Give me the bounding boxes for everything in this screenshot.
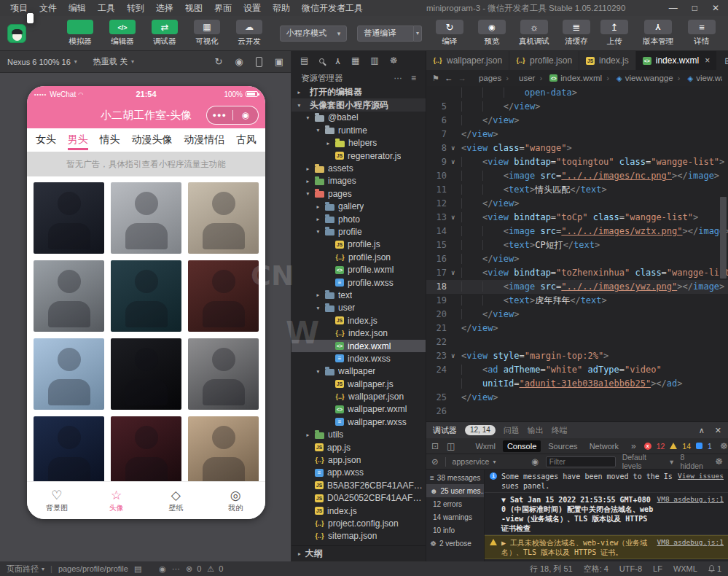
fold-icon[interactable]: ∨ [451, 211, 461, 225]
breadcrumb-item[interactable]: user [506, 74, 535, 82]
extensions-icon[interactable] [351, 55, 359, 66]
tab-debugger[interactable]: 调试器 [433, 425, 457, 436]
breadcrumb-item[interactable]: index.wxml [539, 74, 602, 82]
fold-icon[interactable] [451, 225, 461, 238]
fold-icon[interactable]: ∨ [451, 141, 461, 155]
tree-item[interactable]: index.js [291, 505, 426, 517]
tree-item[interactable]: sitemap.json [291, 530, 426, 542]
tree-item[interactable]: D0A25052CBF41AAFB6... [291, 492, 426, 505]
tab-terminal[interactable]: 终端 [552, 425, 568, 436]
more-act-icon[interactable]: ⋯ [394, 73, 402, 83]
tree-item[interactable]: ▸ gallery [291, 201, 426, 213]
console-filter-item[interactable]: 25 user mes… [426, 484, 484, 497]
console-message[interactable]: Some messages have been moved to the Iss… [485, 470, 728, 493]
rotate-icon[interactable] [214, 56, 222, 67]
avatar-photo[interactable] [34, 182, 104, 254]
panel-toggle-button[interactable]: 云开发 [230, 20, 268, 47]
console-filter-item[interactable]: 12 errors [426, 497, 484, 510]
log-levels-select[interactable]: Default levels ▾ [622, 453, 674, 470]
avatar-photo[interactable] [34, 338, 104, 410]
category-tab[interactable]: 男头 [68, 131, 88, 150]
menu-item[interactable]: 转到 [121, 0, 150, 16]
eol-setting[interactable]: LF [653, 564, 662, 573]
console-message[interactable]: ▶ 工具未校验合法域名、web-view（业务域名）、TLS 版本以及 HTTP… [485, 535, 728, 559]
category-tab[interactable]: 动漫头像 [131, 131, 172, 150]
tree-arrow-icon[interactable]: ▾ [305, 114, 311, 121]
files-icon[interactable] [300, 55, 308, 66]
more-tabs-icon[interactable]: » [631, 441, 636, 451]
tree-item[interactable]: B5AB3F26CBF41AAFD3... [291, 479, 426, 491]
avatar-photo[interactable] [34, 260, 104, 332]
editor-tab[interactable]: profile.json × [509, 51, 579, 70]
compile-mode-caret[interactable]: ▾ [414, 26, 422, 42]
copy-path-icon[interactable] [134, 564, 141, 574]
tree-item[interactable]: ▾ @babel [291, 112, 426, 124]
tree-item[interactable]: index.wxml [291, 340, 426, 352]
panel-toggle-button[interactable]: 编辑器 [103, 20, 141, 47]
fold-icon[interactable] [451, 100, 461, 114]
user-avatar[interactable] [7, 24, 26, 43]
bookmark-icon[interactable]: ⚑ [432, 74, 439, 83]
device-frame-icon[interactable] [256, 57, 262, 67]
outline-section[interactable]: ▸ 大纲 [291, 545, 426, 561]
tree-arrow-icon[interactable]: ▾ [305, 190, 311, 197]
clear-console-icon[interactable]: ⊘ [431, 456, 439, 467]
tab-bar-item[interactable]: 壁纸 [146, 482, 206, 519]
multi-window-icon[interactable] [275, 56, 283, 67]
fold-icon[interactable] [451, 114, 461, 128]
context-select[interactable]: appservice ▾ [453, 457, 525, 466]
avatar-photo[interactable] [188, 416, 259, 481]
warning-counter[interactable]: 0 [207, 564, 223, 574]
tree-item[interactable]: ▸ photo [291, 213, 426, 225]
device-select[interactable]: Nexus 6 100% 16 ▾ [7, 58, 77, 66]
tree-item[interactable]: index.js [291, 314, 426, 327]
tree-arrow-icon[interactable]: ▾ [315, 228, 321, 235]
editor-tab[interactable]: index.wxml × [636, 51, 717, 70]
devtools-tab[interactable]: Sources [544, 440, 582, 452]
page-path-select[interactable]: 页面路径 ▾ [7, 564, 44, 575]
devtools-tab[interactable]: Wxml [471, 440, 500, 452]
tree-arrow-icon[interactable]: ▸ [325, 140, 332, 147]
devtools-tab[interactable]: Network [585, 440, 623, 452]
tab-bar-item[interactable]: 头像 [87, 482, 146, 519]
source-link[interactable]: VM8 asdebug.js:1 [657, 538, 724, 546]
tree-item[interactable]: ▾ 头像套图小程序源码 [291, 98, 426, 111]
tree-item[interactable]: ▾ profile [291, 225, 426, 238]
notification-bell[interactable]: 1 [708, 564, 721, 573]
tree-arrow-icon[interactable]: ▸ [315, 292, 321, 298]
avatar-photo[interactable] [188, 260, 259, 332]
tree-item[interactable]: profile.wxss [291, 276, 426, 289]
filter-input[interactable] [546, 456, 616, 467]
close-panel-icon[interactable]: ✕ [715, 426, 721, 435]
forward-icon[interactable]: → [458, 74, 466, 82]
current-page-path[interactable]: pages/profile/profile [58, 564, 128, 573]
eye-icon[interactable] [159, 564, 166, 574]
editor-tab[interactable]: index.js × [579, 51, 636, 70]
tree-item[interactable]: app.json [291, 454, 426, 466]
avatar-photo[interactable] [111, 182, 181, 254]
publish-action-button[interactable]: 版本管理 [639, 20, 677, 47]
back-icon[interactable]: ← [445, 74, 453, 82]
fold-icon[interactable] [451, 405, 461, 419]
tree-arrow-icon[interactable]: ▾ [315, 305, 321, 311]
maximize-icon[interactable]: □ [692, 3, 697, 13]
fold-icon[interactable]: ∨ [451, 349, 461, 363]
encoding-setting[interactable]: UTF-8 [619, 564, 642, 573]
fold-icon[interactable] [451, 183, 461, 197]
tree-arrow-icon[interactable]: ▾ [296, 102, 302, 109]
avatar-photo[interactable] [188, 182, 259, 254]
language-mode[interactable]: WXML [673, 564, 697, 573]
tab-bar-item[interactable]: 背景图 [27, 482, 87, 519]
mode-select[interactable]: 小程序模式 ▾ [280, 26, 347, 42]
tree-item[interactable]: ▸ assets [291, 162, 426, 174]
panel-toggle-button[interactable]: 模拟器 [61, 20, 99, 47]
eye-icon[interactable]: ◉ [532, 456, 539, 467]
tree-item[interactable]: regenerator.js [291, 149, 426, 162]
collapse-all-icon[interactable]: ≡ [411, 73, 416, 83]
tree-item[interactable]: app.js [291, 441, 426, 454]
tree-item[interactable]: profile.wxml [291, 263, 426, 276]
fold-icon[interactable] [451, 363, 461, 377]
fold-icon[interactable] [451, 335, 461, 349]
split-editor-icon[interactable]: ⊞ [724, 55, 728, 66]
menu-item[interactable]: 设置 [238, 0, 267, 16]
